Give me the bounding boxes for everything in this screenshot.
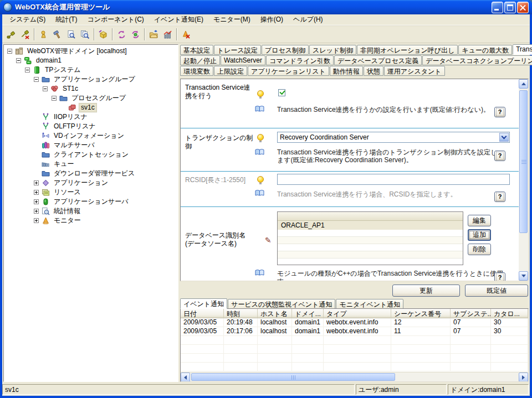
- tab-upper-limit[interactable]: 上限設定: [214, 66, 247, 76]
- find-document-button[interactable]: [64, 28, 78, 41]
- tree-item-application-group-folder[interactable]: アプリケーショングループ: [34, 75, 178, 84]
- tab-trace-settings[interactable]: トレース設定: [214, 45, 261, 55]
- tab-thread-control[interactable]: スレッド制御: [309, 45, 356, 55]
- expand-icon[interactable]: [34, 180, 39, 185]
- tab-basic-settings[interactable]: 基本設定: [180, 45, 213, 55]
- expand-icon[interactable]: [34, 190, 39, 195]
- tab-async-operation[interactable]: 非同期オペレーション呼び出し: [357, 45, 458, 55]
- tab-application-list[interactable]: アプリケーションリスト: [248, 66, 329, 76]
- tree-item-webotx-domain[interactable]: WebOTX管理ドメイン [localhost]: [7, 46, 178, 56]
- expand-icon[interactable]: [34, 199, 39, 204]
- help-button[interactable]: ?: [494, 272, 505, 281]
- refresh-button[interactable]: [115, 28, 129, 41]
- tab-service-status-event-notification[interactable]: サービスの状態監視イベント通知: [228, 299, 335, 309]
- column-header-time[interactable]: 時刻: [224, 309, 258, 318]
- tab-queue-max[interactable]: キューの最大数: [458, 45, 512, 55]
- menu-statistics[interactable]: 統計(T): [50, 14, 82, 25]
- expand-icon[interactable]: [34, 218, 39, 223]
- tree-item-statistics[interactable]: 統計情報: [34, 206, 178, 216]
- tree-item-downloader-service-folder[interactable]: ダウンローダ管理サービス: [34, 169, 178, 178]
- menu-monitor[interactable]: モニター(M): [208, 14, 255, 25]
- help-button[interactable]: ?: [494, 107, 505, 117]
- find-folder-button[interactable]: [78, 28, 92, 41]
- statistics-button[interactable]: [161, 28, 175, 41]
- scroll-left-button[interactable]: [181, 373, 190, 382]
- tab-monitor-event-notification[interactable]: モニタイベント通知: [336, 299, 403, 309]
- collapse-icon[interactable]: [43, 86, 48, 91]
- add-button[interactable]: 追加: [468, 229, 491, 241]
- tree-item-queue[interactable]: キュー: [34, 159, 178, 169]
- event-table-scrollbar[interactable]: [181, 372, 528, 381]
- form-scrollbar[interactable]: [519, 79, 528, 281]
- package-button[interactable]: [96, 28, 110, 41]
- close-button[interactable]: [517, 2, 529, 13]
- maximize-button[interactable]: [504, 2, 516, 13]
- tab-db-connection-pooling[interactable]: データベースコネクションプーリング: [422, 55, 532, 65]
- scroll-down-button[interactable]: [519, 271, 528, 281]
- menu-operation[interactable]: 操作(O): [255, 14, 288, 25]
- help-button[interactable]: ?: [494, 151, 505, 161]
- column-header-type[interactable]: タイプ: [324, 309, 391, 318]
- expand-icon[interactable]: [34, 209, 39, 214]
- column-header-sequence[interactable]: シーケンス番号: [391, 309, 451, 318]
- tab-watchserver[interactable]: WatchServer: [221, 55, 265, 65]
- tab-start-stop[interactable]: 起動／停止: [180, 55, 220, 65]
- tree-item-client-session-folder[interactable]: クライアントセッション: [34, 150, 178, 159]
- tab-operation-assistant[interactable]: 運用アシスタント: [384, 66, 445, 76]
- collapse-icon[interactable]: [16, 58, 21, 63]
- column-header-catalog[interactable]: カタロ...: [491, 309, 528, 318]
- edit-button[interactable]: 編集: [468, 215, 491, 226]
- menu-event-notification[interactable]: イベント通知(E): [149, 14, 208, 25]
- tab-command-line-args[interactable]: コマンドライン引数: [266, 55, 334, 65]
- column-header-date[interactable]: 日付: [181, 309, 224, 318]
- tree-item-application-server[interactable]: アプリケーションサーバ: [34, 197, 178, 206]
- minimize-button[interactable]: [492, 2, 503, 13]
- tree-item-iiop-listener[interactable]: IIOPリスナ: [34, 112, 178, 122]
- transaction-control-select[interactable]: Recovery Coordination Server: [277, 132, 510, 143]
- tree-item-vd-information[interactable]: VDインフォメーション: [34, 131, 178, 141]
- menu-system[interactable]: システム(S): [4, 14, 50, 25]
- list-item[interactable]: ORACLE_AP1: [278, 221, 463, 230]
- help-button[interactable]: ?: [494, 192, 505, 202]
- chevron-down-icon[interactable]: [499, 133, 509, 142]
- tree-item-monitor[interactable]: モニター: [34, 216, 178, 225]
- column-header-domain[interactable]: ドメイ...: [292, 309, 324, 318]
- event-row[interactable]: 2009/03/05 20:17:06 localhost domain1 we…: [181, 327, 528, 336]
- tab-event-notification[interactable]: イベント通知: [180, 298, 227, 309]
- update-button[interactable]: 更新: [392, 285, 460, 297]
- collapse-icon[interactable]: [52, 96, 57, 101]
- menu-help[interactable]: ヘルプ(H): [288, 14, 328, 25]
- scrollbar-thumb[interactable]: [191, 373, 395, 381]
- column-header-host[interactable]: ホスト名: [258, 309, 292, 318]
- collapse-icon[interactable]: [7, 49, 12, 54]
- remove-button[interactable]: 削除: [468, 244, 491, 255]
- tab-db-process-definition[interactable]: データベースプロセス定義: [334, 55, 422, 65]
- scrollbar-thumb[interactable]: [519, 90, 528, 233]
- start-button[interactable]: [37, 28, 50, 41]
- tab-transaction-service[interactable]: Transaction Service: [513, 44, 532, 55]
- tree-item-resource[interactable]: リソース: [34, 188, 178, 197]
- default-value-button[interactable]: 既定値: [465, 285, 528, 297]
- event-row[interactable]: 2009/03/05 20:19:48 localhost domain1 we…: [181, 318, 528, 327]
- scroll-up-button[interactable]: [519, 79, 528, 89]
- tab-environment-variables[interactable]: 環境変数: [180, 66, 213, 76]
- scroll-right-button[interactable]: [519, 373, 528, 382]
- export-button[interactable]: [147, 28, 161, 41]
- tree-item-application[interactable]: アプリケーション: [34, 178, 178, 188]
- tree-item-tp-system[interactable]: TPシステム: [25, 65, 178, 75]
- build-button[interactable]: [50, 28, 64, 41]
- alarm-off-button[interactable]: [179, 28, 193, 41]
- tree-item-domain1[interactable]: domain1: [16, 56, 178, 65]
- rcsid-input[interactable]: [277, 174, 510, 185]
- collapse-icon[interactable]: [25, 68, 30, 73]
- menu-component[interactable]: コンポーネント(C): [82, 14, 149, 25]
- tab-status[interactable]: 状態: [364, 66, 383, 76]
- ts-cooperation-checkbox[interactable]: [278, 89, 285, 96]
- tree-item-process-group-folder[interactable]: プロセスグループ: [52, 94, 178, 103]
- db-identifier-list[interactable]: ORACLE_AP1: [277, 211, 463, 265]
- title-bar[interactable]: WebOTX統合運用管理ツール: [0, 0, 532, 14]
- column-header-subsystem[interactable]: サブシステ...: [451, 309, 491, 318]
- refresh-settings-button[interactable]: [129, 28, 142, 41]
- tree-item-olftp-listener[interactable]: OLFTPリスナ: [34, 122, 178, 131]
- tab-operation-info[interactable]: 動作情報: [330, 66, 363, 76]
